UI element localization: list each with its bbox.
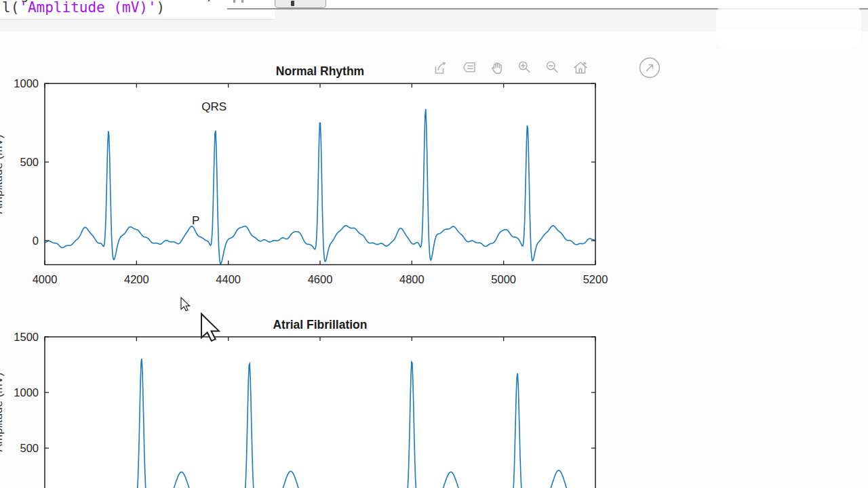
- pan-button[interactable]: [487, 58, 507, 78]
- x-tick-label: 4600: [308, 273, 333, 285]
- export-button[interactable]: [431, 58, 452, 78]
- x-tick-label: 4000: [33, 273, 58, 285]
- mouse-cursor-large: [201, 314, 223, 344]
- restore-view-icon: [572, 59, 589, 77]
- y-axis-label: Amplitude (mV): [0, 371, 5, 453]
- axes-toolbar: [431, 58, 591, 78]
- zoom-in-button[interactable]: [515, 58, 535, 78]
- annotation-label: QRS: [201, 100, 226, 113]
- y-tick-label: 500: [20, 156, 39, 168]
- plot-title: Normal Rhythm: [276, 64, 364, 78]
- x-tick-label: 4400: [216, 273, 241, 285]
- pan-icon: [488, 59, 506, 77]
- datatips-icon: [460, 59, 478, 77]
- plot-area[interactable]: [45, 337, 595, 488]
- export-icon: [433, 59, 450, 77]
- normal-rhythm-plot: 400042004400460048005000520005001000Norm…: [14, 64, 608, 285]
- x-tick-label: 4800: [399, 273, 425, 285]
- datatips-button[interactable]: [459, 58, 479, 78]
- y-tick-label: 1000: [14, 386, 39, 399]
- x-tick-label: 5000: [491, 273, 516, 285]
- y-tick-label: 1500: [14, 331, 39, 343]
- popout-button[interactable]: [638, 56, 661, 79]
- zoom-in-icon: [516, 59, 534, 77]
- atrial-fibrillation-plot: 400042004400460048005000520050010001500A…: [14, 318, 608, 488]
- x-tick-label: 4200: [124, 273, 149, 285]
- plot-area[interactable]: [45, 83, 595, 264]
- matlab-live-editor-screen: g ) l('Amplitude (mV)') 4000420044004600…: [0, 0, 868, 488]
- y-axis-label: Amplitude (mV): [0, 134, 5, 215]
- restore-view-button[interactable]: [570, 58, 591, 78]
- y-tick-label: 0: [33, 235, 39, 247]
- plot-title: Atrial Fibrillation: [273, 318, 367, 331]
- mouse-cursor-small: [181, 298, 192, 312]
- x-tick-label: 5200: [583, 273, 608, 285]
- zoom-out-icon: [544, 59, 561, 77]
- zoom-out-button[interactable]: [542, 58, 563, 78]
- watermark-overlay: [716, 4, 861, 49]
- y-tick-label: 1000: [14, 77, 39, 89]
- popout-icon: [638, 56, 661, 79]
- annotation-label: P: [192, 214, 199, 227]
- y-tick-label: 500: [20, 442, 39, 454]
